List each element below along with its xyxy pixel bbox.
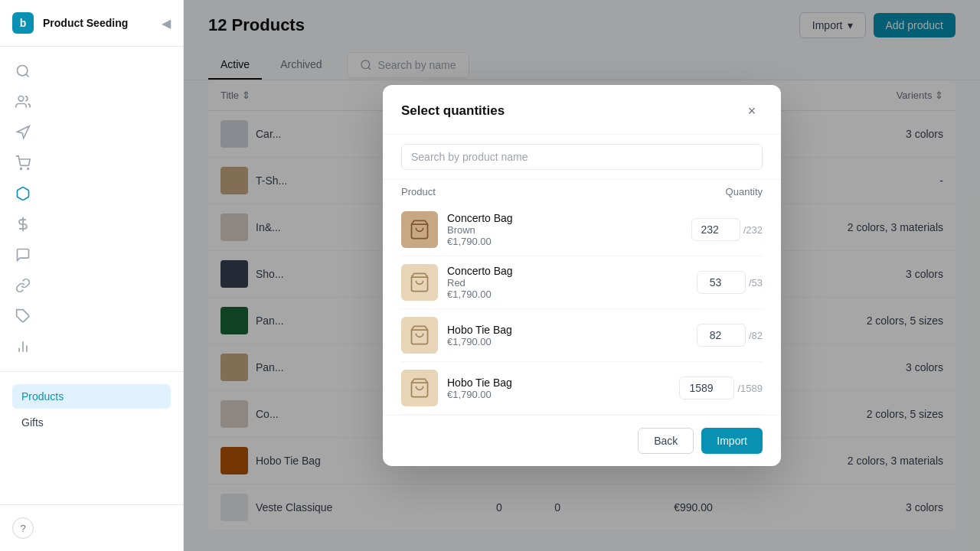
list-item: Concerto Bag Red €1,790.00 /53 — [401, 256, 763, 309]
quantity-max: /82 — [749, 330, 763, 341]
sidebar: b Product Seeding ◀ — [0, 0, 184, 551]
quantity-max: /53 — [749, 277, 763, 289]
sidebar-item-products[interactable]: Products — [12, 384, 171, 409]
product-info: Hobo Tie Bag €1,790.00 — [447, 377, 670, 400]
sidebar-icon-users[interactable] — [0, 86, 183, 117]
product-thumbnail — [401, 370, 438, 406]
quantity-wrapper: /82 — [697, 324, 763, 347]
sidebar-icon-dollar[interactable] — [0, 209, 183, 240]
product-thumbnail — [401, 264, 438, 301]
quantity-input[interactable] — [697, 324, 746, 347]
modal-title: Select quantities — [401, 103, 505, 119]
quantity-max: /232 — [743, 224, 763, 236]
collapse-button[interactable]: ◀ — [162, 16, 171, 31]
sidebar-icon-tag[interactable] — [0, 301, 183, 331]
svg-point-1 — [18, 96, 24, 102]
sidebar-icon-cart[interactable] — [0, 148, 183, 178]
modal-search-section — [383, 135, 781, 180]
modal-product-list: Concerto Bag Brown €1,790.00 /232 — [383, 204, 781, 415]
sidebar-item-gifts[interactable]: Gifts — [12, 410, 171, 435]
product-info: Hobo Tie Bag €1,790.00 — [447, 324, 688, 347]
svg-point-0 — [18, 66, 28, 76]
back-button[interactable]: Back — [638, 428, 694, 454]
main-content: 12 Products Import ▾ Add product Active … — [184, 0, 980, 551]
sidebar-icon-box[interactable] — [0, 178, 183, 209]
quantity-wrapper: /1589 — [679, 377, 763, 399]
help-button[interactable]: ? — [12, 517, 34, 539]
quantity-wrapper: /53 — [697, 271, 763, 294]
list-item: Hobo Tie Bag €1,790.00 /82 — [401, 309, 763, 362]
sidebar-help: ? — [0, 504, 183, 551]
quantity-input[interactable] — [679, 377, 734, 399]
logo-icon: b — [12, 12, 34, 34]
sidebar-icon-chart[interactable] — [0, 331, 183, 362]
sidebar-menu: Products Gifts — [0, 372, 183, 504]
quantity-max: /1589 — [737, 383, 763, 394]
product-thumbnail — [401, 211, 438, 248]
modal-list-header: Product Quantity — [383, 180, 781, 204]
sidebar-nav-icons — [0, 47, 183, 372]
quantity-input[interactable] — [697, 271, 746, 294]
modal-footer: Back Import — [383, 415, 781, 466]
quantity-wrapper: /232 — [691, 218, 763, 241]
svg-point-2 — [21, 168, 22, 170]
product-thumbnail — [401, 317, 438, 354]
svg-point-3 — [28, 168, 29, 170]
sidebar-icon-search[interactable] — [0, 56, 183, 86]
select-quantities-modal: Select quantities × Product Quantity Con… — [383, 85, 781, 466]
sidebar-icon-link[interactable] — [0, 270, 183, 301]
modal-close-button[interactable]: × — [741, 100, 763, 122]
sidebar-icon-chat[interactable] — [0, 240, 183, 270]
col-product-label: Product — [401, 186, 436, 197]
import-confirm-button[interactable]: Import — [701, 428, 763, 454]
quantity-input[interactable] — [691, 218, 740, 241]
modal-header: Select quantities × — [383, 85, 781, 135]
app-title: Product Seeding — [43, 17, 152, 29]
modal-overlay: Select quantities × Product Quantity Con… — [184, 0, 980, 551]
product-info: Concerto Bag Brown €1,790.00 — [447, 212, 682, 247]
product-info: Concerto Bag Red €1,790.00 — [447, 265, 688, 300]
list-item: Hobo Tie Bag €1,790.00 /1589 — [401, 362, 763, 415]
modal-search-input[interactable] — [401, 144, 763, 170]
sidebar-logo: b Product Seeding ◀ — [0, 0, 183, 47]
col-quantity-label: Quantity — [726, 186, 763, 197]
sidebar-icon-megaphone[interactable] — [0, 117, 183, 148]
list-item: Concerto Bag Brown €1,790.00 /232 — [401, 204, 763, 256]
